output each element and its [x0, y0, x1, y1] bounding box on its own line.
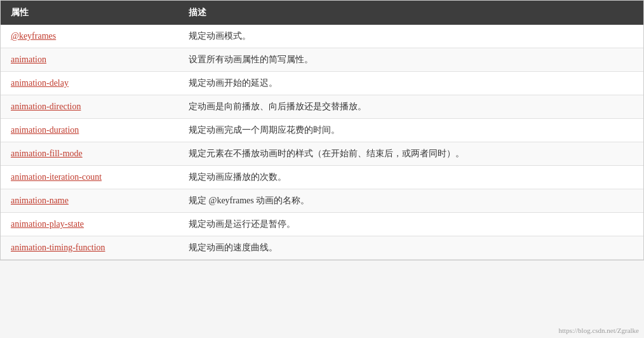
table-header-row: 属性 描述 — [1, 1, 643, 25]
property-cell: animation-play-state — [1, 213, 178, 236]
table-row: animation-duration规定动画完成一个周期应花费的时间。 — [1, 119, 643, 142]
table-row: animation设置所有动画属性的简写属性。 — [1, 48, 643, 72]
properties-table: 属性 描述 @keyframes规定动画模式。animation设置所有动画属性… — [1, 1, 643, 260]
table-row: animation-direction定动画是向前播放、向后播放还是交替播放。 — [1, 95, 643, 119]
property-link[interactable]: animation-direction — [11, 102, 81, 111]
property-cell: animation — [1, 48, 178, 72]
property-link[interactable]: animation-duration — [11, 125, 79, 135]
property-link[interactable]: animation-timing-function — [11, 243, 105, 252]
property-link[interactable]: animation-fill-mode — [11, 149, 83, 158]
table-row: @keyframes规定动画模式。 — [1, 25, 643, 48]
table-row: animation-play-state规定动画是运行还是暂停。 — [1, 213, 643, 236]
description-cell: 规定动画的速度曲线。 — [178, 236, 643, 260]
description-cell: 规定元素在不播放动画时的样式（在开始前、结束后，或两者同时）。 — [178, 142, 643, 166]
property-cell: animation-delay — [1, 72, 178, 95]
table-row: animation-fill-mode规定元素在不播放动画时的样式（在开始前、结… — [1, 142, 643, 166]
table-row: animation-timing-function规定动画的速度曲线。 — [1, 236, 643, 260]
description-cell: 定动画是向前播放、向后播放还是交替播放。 — [178, 95, 643, 119]
description-cell: 规定动画是运行还是暂停。 — [178, 213, 643, 236]
property-cell: animation-timing-function — [1, 236, 178, 260]
description-cell: 规定动画应播放的次数。 — [178, 166, 643, 189]
table-row: animation-delay规定动画开始的延迟。 — [1, 72, 643, 95]
property-cell: animation-fill-mode — [1, 142, 178, 166]
description-cell: 规定动画开始的延迟。 — [178, 72, 643, 95]
property-cell: animation-direction — [1, 95, 178, 119]
main-table-container: 属性 描述 @keyframes规定动画模式。animation设置所有动画属性… — [0, 0, 644, 260]
property-cell: animation-duration — [1, 119, 178, 142]
header-description: 描述 — [178, 1, 643, 25]
property-link[interactable]: animation-play-state — [11, 219, 84, 229]
property-link[interactable]: animation-iteration-count — [11, 172, 102, 182]
description-cell: 规定动画完成一个周期应花费的时间。 — [178, 119, 643, 142]
description-cell: 设置所有动画属性的简写属性。 — [178, 48, 643, 72]
property-cell: @keyframes — [1, 25, 178, 48]
property-link[interactable]: @keyframes — [11, 31, 56, 41]
property-cell: animation-name — [1, 189, 178, 213]
property-cell: animation-iteration-count — [1, 166, 178, 189]
property-link[interactable]: animation-delay — [11, 78, 69, 88]
description-cell: 规定 @keyframes 动画的名称。 — [178, 189, 643, 213]
watermark: https://blog.csdn.net/Zgralke — [559, 327, 639, 334]
description-cell: 规定动画模式。 — [178, 25, 643, 48]
property-link[interactable]: animation-name — [11, 196, 69, 205]
property-link[interactable]: animation — [11, 55, 46, 64]
table-row: animation-iteration-count规定动画应播放的次数。 — [1, 166, 643, 189]
header-property: 属性 — [1, 1, 178, 25]
table-row: animation-name规定 @keyframes 动画的名称。 — [1, 189, 643, 213]
